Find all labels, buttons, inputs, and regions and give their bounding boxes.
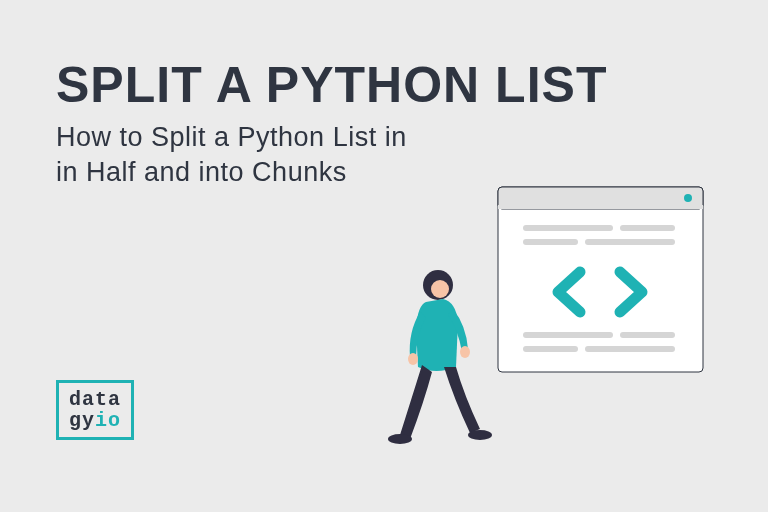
hero-illustration	[358, 177, 718, 457]
svg-rect-5	[620, 225, 675, 231]
subtitle-line-1: How to Split a Python List in	[56, 122, 407, 152]
logo-box: datagyio	[56, 380, 134, 440]
subtitle-line-2: in Half and into Chunks	[56, 157, 347, 187]
person-walking-icon	[388, 270, 492, 444]
svg-point-13	[431, 280, 449, 298]
svg-rect-9	[620, 332, 675, 338]
svg-point-3	[684, 194, 692, 202]
logo-text-io: io	[95, 409, 121, 432]
svg-point-15	[460, 346, 470, 358]
svg-rect-6	[523, 239, 578, 245]
svg-rect-0	[498, 187, 703, 372]
svg-rect-4	[523, 225, 613, 231]
svg-point-16	[388, 434, 412, 444]
svg-rect-7	[585, 239, 675, 245]
page-title: SPLIT A PYTHON LIST	[56, 56, 607, 114]
svg-rect-10	[523, 346, 578, 352]
browser-window-icon	[498, 187, 703, 372]
brand-logo: datagyio	[56, 380, 134, 440]
logo-text-data: data	[69, 388, 121, 411]
svg-rect-8	[523, 332, 613, 338]
svg-point-14	[408, 353, 418, 365]
page-subtitle: How to Split a Python List in in Half an…	[56, 120, 407, 190]
logo-text-gy: gy	[69, 409, 95, 432]
svg-point-17	[468, 430, 492, 440]
svg-rect-2	[498, 205, 703, 209]
svg-rect-11	[585, 346, 675, 352]
